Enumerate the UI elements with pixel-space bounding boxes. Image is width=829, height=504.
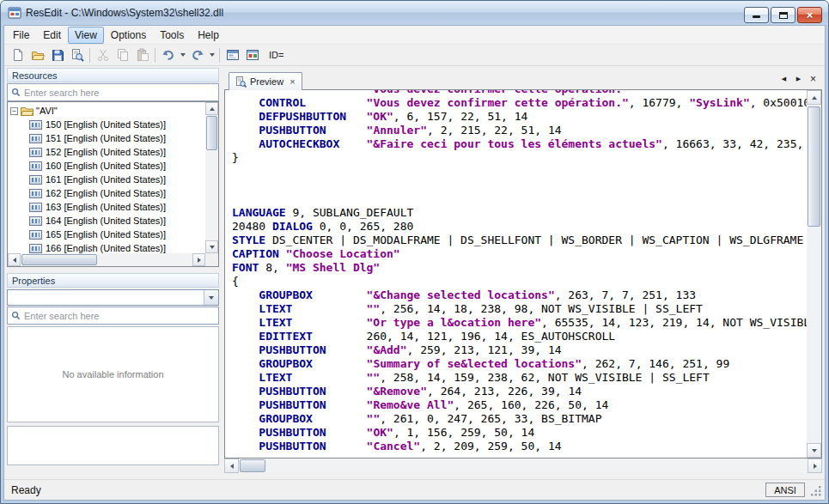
code-line: PUSHBUTTON "&Remove", 264, 213, 226, 39,…	[232, 385, 807, 398]
scroll-up-button[interactable]	[205, 102, 218, 115]
arrow-left-icon	[10, 258, 16, 263]
tab-strip: Preview × ◀ ▶ ×	[224, 68, 822, 89]
dialog-editor-icon	[226, 48, 240, 62]
avi-file-icon	[29, 189, 42, 198]
menu-edit[interactable]: Edit	[36, 27, 68, 44]
resource-tree[interactable]: − "AVI" 150 [English (United States)]151…	[7, 101, 219, 267]
scrollbar-track[interactable]	[205, 115, 218, 240]
code-line: LTEXT "", 256, 14, 18, 238, 98, NOT WS_V…	[232, 302, 807, 316]
scroll-right-button[interactable]	[192, 253, 205, 266]
resource-view-icon	[246, 48, 259, 62]
code-line: }	[232, 151, 807, 165]
tree-item[interactable]: 152 [English (United States)]	[10, 145, 205, 159]
code-area[interactable]: "Vous devez confirmer cette opération." …	[225, 89, 807, 458]
scroll-up-button[interactable]	[807, 90, 821, 105]
paste-button[interactable]	[132, 46, 152, 64]
menu-file[interactable]: File	[6, 27, 36, 44]
no-info-text: No available information	[62, 369, 163, 380]
tree-item-label: 160 [English (United States)]	[46, 161, 166, 171]
minimize-button[interactable]	[744, 7, 769, 23]
collapse-icon[interactable]: −	[10, 107, 18, 115]
tree-item[interactable]: 165 [English (United States)]	[10, 228, 205, 241]
scrollbar-track[interactable]	[807, 105, 821, 443]
avi-file-icon	[29, 148, 42, 157]
new-file-icon	[11, 48, 25, 62]
titlebar[interactable]: ResEdit - C:\Windows\System32\shell32.dl…	[1, 1, 828, 25]
menu-view[interactable]: View	[68, 27, 104, 44]
redo-dropdown[interactable]	[207, 46, 216, 64]
arrow-up-icon	[210, 105, 215, 111]
undo-dropdown[interactable]	[178, 46, 187, 64]
open-button[interactable]	[27, 46, 47, 64]
properties-combobox[interactable]	[7, 289, 219, 306]
tab-scroll-right-button[interactable]: ▶	[792, 72, 805, 85]
tree-horizontal-scrollbar[interactable]	[8, 253, 205, 266]
code-line: DEFPUSHBUTTON "OK", 6, 157, 22, 51, 14	[232, 110, 807, 124]
tree-item[interactable]: 164 [English (United States)]	[10, 214, 205, 228]
scrollbar-track[interactable]	[239, 458, 808, 473]
scrollbar-thumb[interactable]	[808, 106, 820, 227]
scroll-left-button[interactable]	[8, 253, 21, 266]
toolbar: ID=	[4, 44, 825, 66]
tree-item[interactable]: 161 [English (United States)]	[10, 173, 205, 186]
cut-button[interactable]	[93, 46, 113, 64]
editor-horizontal-scrollbar[interactable]	[224, 458, 822, 473]
menu-tools[interactable]: Tools	[153, 27, 191, 44]
tree-item[interactable]: 163 [English (United States)]	[10, 200, 205, 214]
tree-vertical-scrollbar[interactable]	[205, 102, 218, 253]
scrollbar-thumb[interactable]	[206, 116, 217, 150]
redo-button[interactable]	[187, 46, 207, 64]
avi-file-icon	[29, 161, 42, 171]
print-preview-button[interactable]	[67, 46, 87, 64]
save-button[interactable]	[47, 46, 67, 64]
maximize-button[interactable]	[771, 7, 795, 23]
tree-item[interactable]: 150 [English (United States)]	[10, 118, 205, 131]
resource-view-button[interactable]	[242, 46, 262, 64]
scrollbar-thumb[interactable]	[21, 254, 97, 265]
toolbar-separator	[89, 48, 90, 63]
scroll-down-button[interactable]	[807, 443, 821, 458]
combo-dropdown-button[interactable]	[204, 290, 218, 305]
properties-search[interactable]	[7, 307, 219, 325]
tree-item[interactable]: 151 [English (United States)]	[10, 131, 205, 145]
code-line: "Vous devez confirmer cette opération."	[232, 89, 807, 96]
tree-root-avi[interactable]: − "AVI"	[10, 104, 205, 118]
tab-scroll-left-button[interactable]: ◀	[777, 72, 790, 85]
close-button[interactable]: ×	[797, 7, 822, 23]
dialog-editor-button[interactable]	[222, 46, 242, 64]
resources-search-input[interactable]	[24, 88, 215, 98]
tab-label: Preview	[250, 76, 283, 87]
resources-search[interactable]	[7, 83, 219, 101]
copy-button[interactable]	[113, 46, 132, 64]
scroll-down-button[interactable]	[205, 240, 218, 253]
tab-preview[interactable]: Preview ×	[229, 72, 302, 90]
tab-strip-close-button[interactable]: ×	[807, 72, 820, 85]
resize-grip[interactable]	[810, 483, 822, 497]
menu-options[interactable]: Options	[104, 27, 153, 44]
preview-doc-icon	[235, 76, 247, 88]
scroll-right-button[interactable]	[808, 458, 822, 473]
avi-file-icon	[29, 216, 42, 226]
tree-item[interactable]: 160 [English (United States)]	[10, 159, 205, 173]
statusbar: Ready ANSI	[4, 479, 825, 500]
properties-panel: Properties No available information	[7, 273, 219, 477]
tab-close-icon[interactable]: ×	[290, 77, 295, 86]
cut-icon	[96, 48, 110, 62]
print-preview-icon	[70, 48, 84, 62]
tree-item[interactable]: 162 [English (United States)]	[10, 186, 205, 200]
scroll-left-button[interactable]	[224, 458, 239, 473]
panel-splitter[interactable]	[7, 267, 219, 273]
new-button[interactable]	[8, 46, 27, 64]
resources-panel-header: Resources	[7, 68, 219, 82]
properties-panel-header: Properties	[7, 273, 219, 288]
scrollbar-track[interactable]	[21, 253, 192, 266]
preview-editor[interactable]: "Vous devez confirmer cette opération." …	[224, 89, 822, 458]
tree-item[interactable]: 166 [English (United States)]	[10, 241, 205, 253]
menu-help[interactable]: Help	[191, 27, 226, 44]
undo-button[interactable]	[158, 46, 178, 64]
editor-vertical-scrollbar[interactable]	[807, 90, 821, 458]
properties-search-input[interactable]	[24, 311, 215, 321]
tree-item-label: 166 [English (United States)]	[46, 243, 166, 253]
left-column: Resources − "AVI" 150 [English (Uni	[7, 68, 219, 477]
scrollbar-thumb[interactable]	[240, 459, 265, 472]
